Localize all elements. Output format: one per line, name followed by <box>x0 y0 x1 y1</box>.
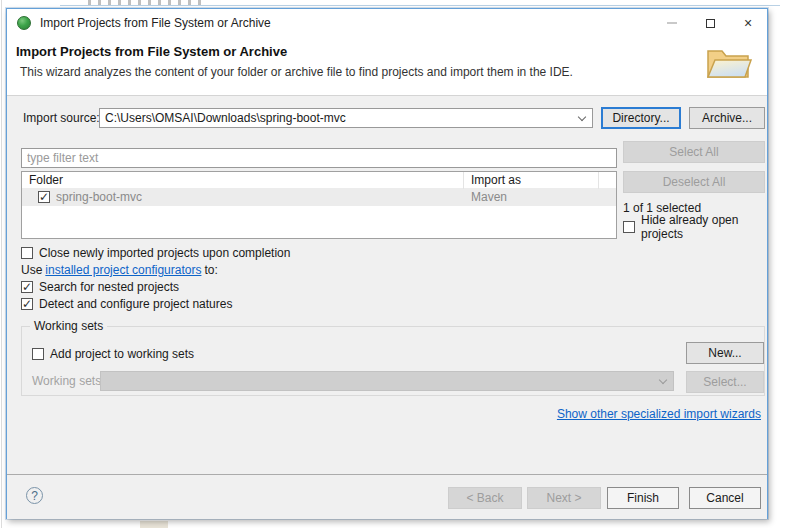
installed-configurators-link[interactable]: installed project configurators <box>45 263 201 277</box>
detect-natures-checkbox[interactable] <box>21 298 33 310</box>
working-sets-group: Working sets Add project to working sets… <box>21 326 765 396</box>
project-import-as: Maven <box>471 189 507 206</box>
background-window-edge <box>60 5 780 6</box>
window-controls: × <box>653 9 767 37</box>
table-row[interactable]: spring-boot-mvc Maven <box>22 189 616 206</box>
filter-input[interactable] <box>21 148 617 168</box>
open-folder-icon <box>705 42 753 82</box>
minimize-icon <box>667 22 677 24</box>
close-icon: × <box>744 16 752 30</box>
eclipse-icon <box>17 16 31 30</box>
detect-natures-option[interactable]: Detect and configure project natures <box>21 297 232 311</box>
wizard-description: This wizard analyzes the content of your… <box>20 65 573 79</box>
detect-natures-label: Detect and configure project natures <box>39 297 232 311</box>
search-nested-label: Search for nested projects <box>39 280 179 294</box>
column-header-import-as[interactable]: Import as <box>464 172 599 189</box>
use-prefix-text: Use <box>21 263 42 277</box>
background-menu-fragment <box>88 0 208 5</box>
close-imported-checkbox[interactable] <box>21 247 33 259</box>
back-button[interactable]: < Back <box>448 487 522 509</box>
close-imported-option[interactable]: Close newly imported projects upon compl… <box>21 246 290 260</box>
import-source-combobox[interactable]: C:\Users\OMSAI\Downloads\spring-boot-mvc <box>99 108 593 128</box>
dialog-titlebar[interactable]: Import Projects from File System or Arch… <box>7 9 767 37</box>
new-working-set-button[interactable]: New... <box>686 342 764 364</box>
add-to-working-sets-label: Add project to working sets <box>50 347 194 361</box>
show-other-wizards-link[interactable]: Show other specialized import wizards <box>557 407 761 421</box>
search-nested-option[interactable]: Search for nested projects <box>21 280 179 294</box>
search-nested-checkbox[interactable] <box>21 281 33 293</box>
maximize-icon <box>706 19 715 28</box>
import-source-label: Import source: <box>23 111 100 125</box>
import-source-value: C:\Users\OMSAI\Downloads\spring-boot-mvc <box>105 109 574 127</box>
background-window-left-edge <box>1 0 2 528</box>
add-to-working-sets-checkbox[interactable] <box>32 348 44 360</box>
use-suffix-text: to: <box>204 263 217 277</box>
footer-bar: ? < Back Next > Finish Cancel <box>7 475 767 519</box>
hide-open-projects-label: Hide already open projects <box>641 213 767 241</box>
archive-button[interactable]: Archive... <box>689 107 765 129</box>
wizard-title: Import Projects from File System or Arch… <box>16 44 287 59</box>
close-button[interactable]: × <box>729 9 767 37</box>
import-projects-dialog: Import Projects from File System or Arch… <box>6 8 768 519</box>
maximize-button[interactable] <box>691 9 729 37</box>
dialog-title: Import Projects from File System or Arch… <box>40 9 271 37</box>
deselect-all-button[interactable]: Deselect All <box>623 171 765 193</box>
wizard-header: Import Projects from File System or Arch… <box>7 37 767 95</box>
configurators-line: Use installed project configurators to: <box>21 263 218 277</box>
finish-button[interactable]: Finish <box>607 487 679 509</box>
column-header-folder[interactable]: Folder <box>22 172 464 189</box>
close-imported-label: Close newly imported projects upon compl… <box>39 246 290 260</box>
next-button[interactable]: Next > <box>527 487 601 509</box>
working-sets-field-label: Working sets: <box>32 374 104 388</box>
cancel-button[interactable]: Cancel <box>689 487 761 509</box>
header-separator <box>7 95 767 96</box>
working-sets-group-title: Working sets <box>30 319 107 333</box>
project-folder-name: spring-boot-mvc <box>56 189 142 206</box>
minimize-button[interactable] <box>653 9 691 37</box>
select-working-set-button[interactable]: Select... <box>686 371 764 393</box>
chevron-down-icon <box>578 113 586 121</box>
chevron-down-icon <box>659 376 667 384</box>
select-all-button[interactable]: Select All <box>623 141 765 163</box>
directory-button[interactable]: Directory... <box>601 107 681 129</box>
project-row-checkbox[interactable] <box>38 191 50 203</box>
working-sets-combobox[interactable] <box>100 371 674 391</box>
background-window-bottom-fragment <box>140 521 168 528</box>
help-icon[interactable]: ? <box>26 487 43 504</box>
add-to-working-sets-option[interactable]: Add project to working sets <box>32 347 194 361</box>
hide-open-projects-checkbox[interactable] <box>623 221 635 233</box>
table-header: Folder Import as <box>22 172 616 189</box>
projects-table: Folder Import as spring-boot-mvc Maven <box>21 171 617 239</box>
hide-open-projects-option[interactable]: Hide already open projects <box>623 220 767 234</box>
